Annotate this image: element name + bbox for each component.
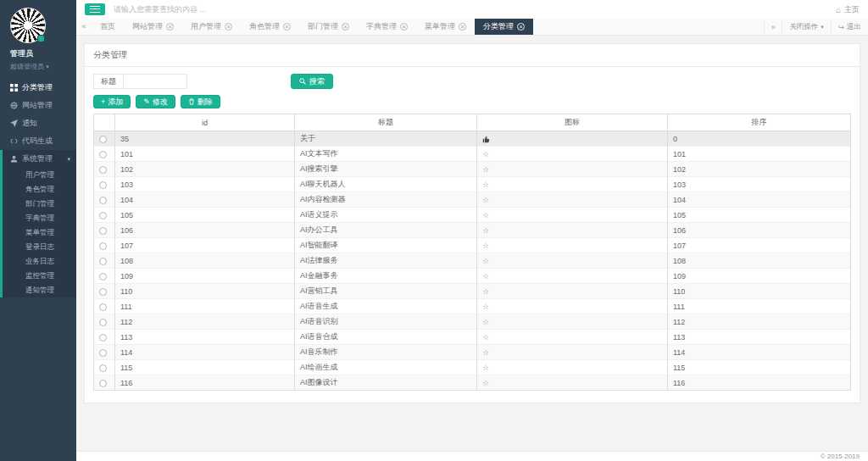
cell-sort: 108	[668, 253, 851, 269]
sidebar-item[interactable]: 代码生成	[0, 132, 76, 150]
row-radio-button[interactable]	[99, 334, 107, 342]
sidebar-item-label: 分类管理	[22, 82, 53, 93]
sidebar-subitem[interactable]: 监控管理	[3, 269, 76, 283]
star-icon: ☆	[482, 181, 489, 189]
table-row[interactable]: 35关于0	[94, 131, 851, 147]
star-icon: ☆	[482, 318, 489, 326]
table-row[interactable]: 113AI语音合成☆113	[94, 330, 851, 345]
table-row[interactable]: 114AI音乐制作☆114	[94, 345, 851, 360]
sidebar-subitem[interactable]: 字典管理	[3, 211, 76, 225]
sidebar-subitem[interactable]: 登录日志	[3, 240, 76, 254]
column-header: id	[115, 114, 295, 131]
table-row[interactable]: 112AI语音识别☆112	[94, 314, 851, 330]
close-icon[interactable]: ×	[283, 23, 291, 31]
hamburger-menu-button[interactable]	[85, 3, 105, 15]
global-search-input[interactable]	[114, 0, 385, 19]
sidebar-item[interactable]: 通知	[0, 114, 76, 132]
tab[interactable]: 网站管理×	[124, 19, 182, 35]
sidebar-subitem[interactable]: 业务日志	[3, 254, 76, 269]
table-row[interactable]: 101AI文本写作☆101	[94, 147, 851, 162]
row-radio-button[interactable]	[99, 303, 107, 311]
row-radio-button[interactable]	[99, 151, 107, 158]
close-icon[interactable]: ×	[225, 23, 232, 31]
sidebar-subitem[interactable]: 菜单管理	[3, 225, 76, 240]
edit-button[interactable]: ✎ 修改	[136, 95, 175, 108]
star-icon: ☆	[482, 211, 489, 219]
table-row[interactable]: 108AI法律服务☆108	[94, 253, 851, 269]
table-row[interactable]: 116AI图像设计☆116	[94, 375, 851, 391]
cell-title: AI图像设计	[295, 375, 477, 391]
home-link[interactable]: ⌂ 主页	[836, 0, 860, 19]
search-button[interactable]: 搜索	[291, 74, 333, 89]
sidebar-item-label: 代码生成	[22, 136, 53, 147]
row-radio-button[interactable]	[99, 258, 107, 265]
row-radio-button[interactable]	[99, 273, 107, 280]
table-row[interactable]: 109AI金融事务☆109	[94, 269, 851, 284]
table-row[interactable]: 105AI语义提示☆105	[94, 208, 851, 223]
sidebar-item[interactable]: 分类管理	[0, 79, 76, 97]
row-radio-button[interactable]	[99, 242, 107, 250]
panel-title: 分类管理	[85, 44, 860, 67]
close-icon[interactable]: ×	[166, 23, 174, 31]
cell-title: AI语音生成	[295, 299, 477, 314]
row-radio-button[interactable]	[99, 288, 107, 296]
row-radio-button[interactable]	[99, 349, 107, 357]
copyright-text: © 2015-2019	[821, 453, 860, 460]
tab-label: 部门管理	[308, 21, 338, 32]
tab[interactable]: 部门管理×	[299, 19, 358, 35]
table-row[interactable]: 115AI绘画生成☆115	[94, 360, 851, 375]
row-radio-button[interactable]	[99, 197, 107, 204]
row-radio-button[interactable]	[99, 166, 107, 174]
cell-sort: 116	[668, 375, 851, 391]
row-radio-button[interactable]	[99, 380, 107, 387]
row-radio-button[interactable]	[99, 364, 107, 372]
tab[interactable]: 首页	[92, 19, 124, 35]
sidebar-subitem[interactable]: 用户管理	[3, 168, 76, 182]
logout-button[interactable]: ↪ 退出	[831, 19, 868, 35]
tab[interactable]: 分类管理×	[475, 19, 533, 35]
tab[interactable]: 菜单管理×	[416, 19, 475, 35]
row-radio-button[interactable]	[99, 212, 107, 219]
sidebar-subitem[interactable]: 通知管理	[3, 283, 76, 297]
close-icon[interactable]: ×	[517, 23, 525, 31]
tab-label: 网站管理	[132, 21, 163, 32]
delete-button[interactable]: 删除	[181, 95, 220, 108]
close-icon[interactable]: ×	[342, 23, 349, 31]
cell-id: 106	[115, 223, 295, 238]
close-icon[interactable]: ×	[400, 23, 408, 31]
tab[interactable]: 用户管理×	[182, 19, 241, 35]
tabs-scroll-right-button[interactable]: »	[764, 19, 782, 35]
avatar[interactable]	[10, 8, 46, 43]
cell-icon: ☆	[477, 360, 668, 375]
sidebar-item[interactable]: 系统管理▾	[3, 150, 76, 168]
cell-title: AI搜索引擎	[295, 162, 477, 177]
thumbs-up-icon	[482, 134, 490, 142]
tab[interactable]: 字典管理×	[358, 19, 416, 35]
table-row[interactable]: 111AI语音生成☆111	[94, 299, 851, 314]
close-icon[interactable]: ×	[459, 23, 466, 31]
add-button[interactable]: + 添加	[93, 95, 131, 108]
sidebar-subitem[interactable]: 角色管理	[3, 182, 76, 197]
cell-sort: 104	[668, 192, 851, 208]
close-actions-dropdown[interactable]: 关闭操作 ▾	[782, 19, 831, 35]
sidebar-subitem[interactable]: 部门管理	[3, 197, 76, 211]
row-radio-button[interactable]	[99, 181, 107, 189]
table-row[interactable]: 106AI办公工具☆106	[94, 223, 851, 238]
row-radio-button[interactable]	[99, 319, 107, 326]
tabs-scroll-left-button[interactable]: «	[76, 19, 92, 35]
table-actions: + 添加 ✎ 修改 删除	[93, 95, 851, 108]
tab[interactable]: 角色管理×	[241, 19, 299, 35]
user-role-dropdown[interactable]: 超级管理员 ▾	[10, 62, 76, 71]
table-row[interactable]: 110AI营销工具☆110	[94, 284, 851, 299]
category-panel: 分类管理 标题 搜索 + 添加 ✎	[84, 43, 860, 403]
cell-title: 关于	[295, 131, 477, 147]
table-row[interactable]: 102AI搜索引擎☆102	[94, 162, 851, 177]
home-icon: ⌂	[836, 5, 841, 14]
table-row[interactable]: 103AI聊天机器人☆103	[94, 177, 851, 192]
title-search-input[interactable]	[123, 74, 187, 89]
row-radio-button[interactable]	[99, 136, 107, 143]
table-row[interactable]: 107AI智能翻译☆107	[94, 238, 851, 253]
row-radio-button[interactable]	[99, 227, 107, 235]
sidebar-item[interactable]: 网站管理	[0, 97, 76, 114]
table-row[interactable]: 104AI内容检测器☆104	[94, 192, 851, 208]
